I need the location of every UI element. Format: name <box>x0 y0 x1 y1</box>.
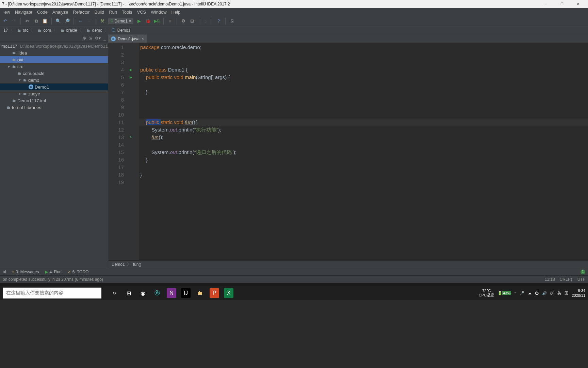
target-icon[interactable]: ⊕ <box>83 36 86 41</box>
sdk-icon[interactable]: ♨ <box>202 18 209 24</box>
chrome-icon[interactable]: ◉ <box>138 288 148 298</box>
tw-messages[interactable]: ≡0: Messages <box>12 270 39 274</box>
tree-item-demo[interactable]: ▼🖿 demo <box>0 77 108 83</box>
settings-icon[interactable]: ⚙ <box>180 18 186 24</box>
tree-item-ternal-Libraries[interactable]: 🖿 ternal Libraries <box>0 104 108 111</box>
crumb-method[interactable]: fun() <box>133 262 142 267</box>
build-icon[interactable]: ⚒ <box>99 18 105 24</box>
project-tool-window: ⊕ ⇲ ⚙▾ ⎯ mo1117D:\Idea workspace\java201… <box>0 34 108 268</box>
cut-icon[interactable]: ✂ <box>24 18 30 24</box>
tree-item-com-oracle[interactable]: 🖿 com.oracle <box>0 70 108 77</box>
find-icon[interactable]: 🔍 <box>55 18 61 24</box>
tw-terminal[interactable]: al <box>3 270 6 274</box>
folder-icon: 🖿 <box>12 58 16 62</box>
replace-icon[interactable]: 🔎 <box>64 18 70 24</box>
hide-icon[interactable]: ⎯ <box>103 36 106 41</box>
menu-window[interactable]: Window <box>148 10 169 15</box>
tree-item-Demo1117-iml[interactable]: 🖿 Demo1117.iml <box>0 97 108 104</box>
crumb-com[interactable]: 🖿com <box>36 28 52 33</box>
tree-root[interactable]: mo1117D:\Idea workspace\java2012\javase\… <box>0 43 108 49</box>
run-icon[interactable]: ▶ <box>136 18 142 24</box>
ime-mode[interactable]: 英 <box>557 291 561 296</box>
cpu-temp[interactable]: 72℃CPU温度 <box>479 289 494 297</box>
menu-ew[interactable]: ew <box>2 10 13 15</box>
excel-icon[interactable]: X <box>224 288 233 298</box>
close-button[interactable]: ✕ <box>570 1 586 7</box>
run-config-combo[interactable]: C Demo1 ▾ <box>108 18 133 24</box>
project-tree[interactable]: mo1117D:\Idea workspace\java2012\javase\… <box>0 42 108 111</box>
crumb-demo[interactable]: 🖿demo <box>85 28 104 33</box>
maximize-button[interactable]: ☐ <box>554 1 570 7</box>
wifi-icon[interactable]: ⏻ <box>535 291 539 295</box>
paste-icon[interactable]: 📋 <box>42 18 48 24</box>
tab-demo1[interactable]: C Demo1.java × <box>108 34 147 43</box>
explorer-icon[interactable]: 🖿 <box>195 288 205 298</box>
minimize-button[interactable]: ─ <box>538 1 553 7</box>
edge-icon[interactable]: ⓔ <box>152 288 162 298</box>
tree-item-src[interactable]: ▶🖿 src <box>0 63 108 70</box>
stop-icon[interactable]: ■ <box>167 18 173 24</box>
tree-item-Demo1[interactable]: C Demo1 <box>0 83 108 90</box>
crumb-oracle[interactable]: 🖿oracle <box>59 28 79 33</box>
menu-code[interactable]: Code <box>35 10 50 15</box>
undo-icon[interactable]: ↶ <box>2 18 8 24</box>
encoding[interactable]: UTF <box>577 277 585 282</box>
debug-icon[interactable]: 🐞 <box>145 18 151 24</box>
mic-icon[interactable]: 🎤 <box>520 291 524 295</box>
intellij-icon[interactable]: IJ <box>181 288 191 298</box>
cloud-icon[interactable]: ☁ <box>528 291 532 295</box>
crumb-class[interactable]: ⒸDemo1 <box>110 28 132 33</box>
tree-item-out[interactable]: 🖿 out <box>0 56 108 63</box>
menu-help[interactable]: Help <box>169 10 183 15</box>
crumb-src[interactable]: 🖿src <box>15 28 30 33</box>
share-icon[interactable]: ⎘ <box>229 18 235 24</box>
folder-icon: 🖿 <box>23 92 27 96</box>
forward-icon[interactable]: → <box>86 18 92 24</box>
menu-analyze[interactable]: Analyze <box>50 10 70 15</box>
tray-expand-icon[interactable]: ^ <box>514 291 516 295</box>
structure-icon[interactable]: ⊞ <box>189 18 195 24</box>
menu-vcs[interactable]: VCS <box>135 10 149 15</box>
gear-icon[interactable]: ⚙▾ <box>95 36 101 41</box>
ime-nat[interactable]: 国 <box>565 291 568 296</box>
menu-run[interactable]: Run <box>107 10 119 15</box>
onenote-icon[interactable]: N <box>167 288 176 298</box>
status-bar: on completed successfully in 2s 207ms (6… <box>0 275 588 283</box>
event-badge[interactable]: 1 <box>581 270 585 274</box>
caret-position[interactable]: 11:18 <box>545 277 555 282</box>
powerpoint-icon[interactable]: P <box>210 288 219 298</box>
volume-icon[interactable]: 🔊 <box>542 291 547 295</box>
code-area[interactable]: package com.oracle.demo; public class De… <box>139 43 588 260</box>
folder-icon: 🖿 <box>86 28 91 33</box>
taskbar-clock[interactable]: 8:342020/11 <box>572 288 585 298</box>
menu-build[interactable]: Build <box>92 10 107 15</box>
back-icon[interactable]: ← <box>77 18 83 24</box>
tree-item--idea[interactable]: 🖿 .idea <box>0 49 108 56</box>
help-icon[interactable]: ? <box>216 18 222 24</box>
tree-item-zuoye[interactable]: ▶🖿 zuoye <box>0 90 108 97</box>
line-ending[interactable]: CRLF‡ <box>560 277 573 282</box>
crumb-sep: 〉 <box>127 261 131 267</box>
menu-tools[interactable]: Tools <box>119 10 134 15</box>
menu-refactor[interactable]: Refactor <box>70 10 92 15</box>
battery-icon[interactable]: 🔋43% <box>497 291 511 295</box>
folder-icon: 🖿 <box>37 28 42 33</box>
crumb-project[interactable]: 17 <box>2 28 9 33</box>
crumb-class-btm[interactable]: Demo1 <box>112 262 125 267</box>
tw-todo[interactable]: ✓6: TODO <box>68 270 89 274</box>
nav-breadcrumbs: 17〉 🖿src〉 🖿com〉 🖿oracle〉 🖿demo〉 ⒸDemo1 <box>0 26 588 34</box>
tw-run[interactable]: ▶4: Run <box>45 270 61 274</box>
ime-icon[interactable]: 拼 <box>550 291 554 296</box>
task-view-icon[interactable]: ⊞ <box>124 288 133 298</box>
menu-navigate[interactable]: Navigate <box>13 10 35 15</box>
code-editor[interactable]: 12345678910111213141516171819 ▶▶↻ packag… <box>108 43 588 260</box>
cortana-icon[interactable]: ○ <box>110 288 119 298</box>
collapse-icon[interactable]: ⇲ <box>89 36 92 41</box>
copy-icon[interactable]: ⧉ <box>33 18 39 24</box>
redo-icon[interactable]: ↷ <box>11 18 17 24</box>
menubar: ew Navigate Code Analyze Refactor Build … <box>0 8 588 16</box>
close-icon[interactable]: × <box>142 36 144 41</box>
windows-search[interactable]: 在这里输入你要搜索的内容 <box>3 288 101 298</box>
fold-gutter <box>135 43 139 260</box>
coverage-icon[interactable]: ▶⎘ <box>154 18 160 24</box>
